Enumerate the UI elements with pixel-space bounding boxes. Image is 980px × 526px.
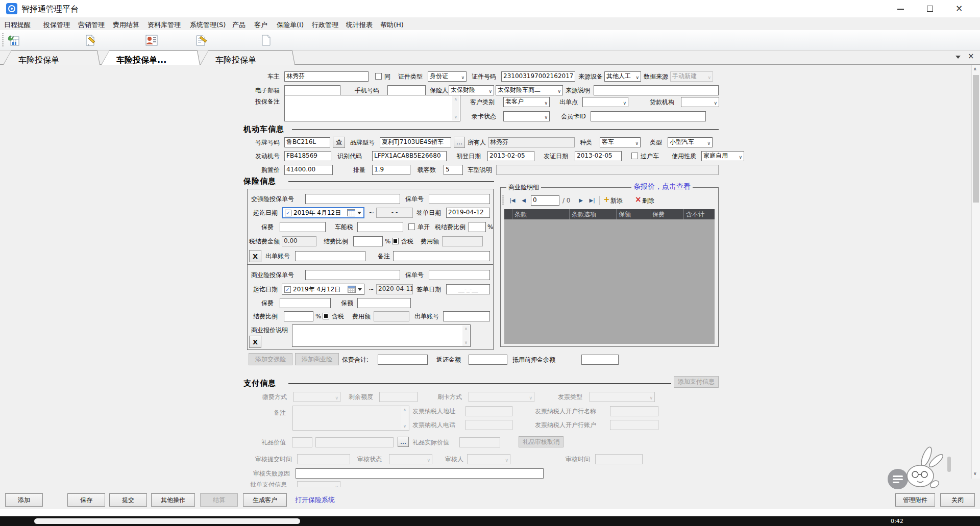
mascot-handle[interactable]	[947, 457, 951, 472]
model-input[interactable]: 夏利TJ7103UE4S轿车	[380, 137, 451, 147]
maximize-button[interactable]	[920, 2, 940, 15]
id-type-select[interactable]: 身份证	[428, 71, 467, 82]
engine-input[interactable]: FB418569	[284, 151, 331, 161]
tab-vehicle-policy-1[interactable]: 车险投保单	[3, 51, 100, 65]
nav-prev-button[interactable]: ◀	[519, 195, 529, 206]
menu-item-database-mgmt[interactable]: 资料库管理	[148, 20, 181, 30]
datepicker-checkbox[interactable]: ✓	[285, 210, 291, 216]
refund-input[interactable]	[469, 355, 507, 365]
displacement-input[interactable]: 1.9	[372, 165, 410, 175]
compulsory-policy-no-input[interactable]	[429, 194, 490, 204]
kind-select[interactable]: 客车	[600, 137, 641, 147]
grid-col-premium[interactable]: 保费	[650, 209, 684, 219]
compulsory-note-input[interactable]	[393, 251, 490, 261]
remark-textarea[interactable]: ∧∨	[284, 95, 460, 121]
tab-list-dropdown-icon[interactable]	[955, 56, 961, 59]
customer-type-select[interactable]: 老客户	[503, 97, 550, 107]
minimize-button[interactable]	[890, 2, 911, 15]
menu-item-help[interactable]: 帮助(H)	[380, 20, 404, 30]
price-input[interactable]: 41400.00	[284, 165, 333, 175]
seats-input[interactable]: 5	[444, 165, 463, 175]
model-more-button[interactable]: …	[454, 137, 465, 148]
mobile-input[interactable]	[387, 85, 426, 95]
nav-page-input[interactable]: 0	[531, 195, 559, 206]
email-input[interactable]	[284, 85, 340, 95]
vin-input[interactable]: LFPX1ACA8B5E26680	[372, 151, 447, 161]
plate-search-button[interactable]: 查	[333, 137, 345, 148]
tab-close-icon[interactable]: ×	[968, 52, 974, 61]
id-no-input[interactable]: 231003197002162017	[501, 71, 575, 82]
menu-item-customer[interactable]: 客户	[254, 20, 267, 30]
commercial-sign-date-input[interactable]: __-_-__	[446, 284, 490, 294]
datepicker-checkbox[interactable]: ✓	[284, 286, 291, 293]
vtype-select[interactable]: 小型汽车	[668, 137, 713, 147]
issue-point-select[interactable]	[582, 97, 628, 107]
commercial-rate-input[interactable]	[284, 311, 313, 321]
menu-item-fee-settlement[interactable]: 费用结算	[113, 20, 139, 30]
menu-item-product[interactable]: 产品	[232, 20, 246, 30]
scroll-down-icon[interactable]: ∨	[454, 115, 457, 119]
datepicker-dropdown-icon[interactable]	[358, 288, 362, 291]
member-id-input[interactable]	[591, 111, 706, 121]
compulsory-rate-input[interactable]	[353, 236, 383, 246]
grid-col-amount[interactable]: 保额	[617, 209, 650, 219]
player-progress-bar[interactable]	[34, 518, 300, 524]
first-reg-input[interactable]: 2013-02-05	[487, 151, 534, 161]
source-device-select[interactable]: 其他人工	[604, 71, 641, 82]
generate-customer-button[interactable]: 生成客户	[243, 493, 287, 507]
premium-total-input[interactable]	[378, 355, 428, 365]
loan-org-select[interactable]	[681, 97, 719, 107]
scroll-down-icon[interactable]: ∨	[464, 340, 468, 345]
detail-grid[interactable]: 条款 条款选项 保额 保费 含不计	[504, 209, 715, 344]
commercial-policy-no-input[interactable]	[429, 270, 490, 280]
quote-count-link[interactable]: 条报价，点击查看	[631, 183, 693, 190]
commercial-tax-incl-checkbox[interactable]	[323, 313, 329, 319]
nav-next-button[interactable]: ▶	[576, 195, 586, 206]
menu-item-system-mgmt[interactable]: 系统管理(S)	[190, 20, 226, 30]
commercial-app-no-input[interactable]	[305, 270, 400, 280]
nav-first-button[interactable]: |◀	[507, 195, 518, 206]
scrollbar-up-icon[interactable]: ∧	[973, 66, 977, 71]
close-button[interactable]: ×	[949, 2, 970, 15]
scrollbar-thumb[interactable]	[973, 75, 979, 203]
save-button[interactable]: 保存	[67, 493, 105, 507]
other-actions-button[interactable]: 其他操作	[151, 493, 195, 507]
commercial-remove-button[interactable]: X	[249, 336, 261, 348]
commercial-amount-input[interactable]	[357, 298, 411, 308]
usage-select[interactable]: 家庭自用	[701, 151, 744, 161]
grid-col-clause-option[interactable]: 条款选项	[570, 209, 617, 219]
commercial-premium-input[interactable]	[280, 298, 331, 308]
menu-item-marketing-mgmt[interactable]: 营销管理	[78, 20, 105, 30]
menu-item-policy-apply-mgmt[interactable]: 投保管理	[43, 20, 70, 30]
calendar-icon[interactable]	[348, 286, 356, 293]
commercial-account-input[interactable]	[443, 311, 490, 321]
insurer-channel-select[interactable]: 太保财险车商二	[496, 85, 563, 95]
nav-last-button[interactable]: ▶|	[587, 195, 597, 206]
open-insurance-system-link[interactable]: 打开保险系统	[295, 496, 335, 504]
deposit-input[interactable]	[581, 355, 619, 365]
add-button[interactable]: 添加	[5, 493, 43, 507]
gift-more-button[interactable]: …	[398, 437, 409, 447]
compulsory-app-no-input[interactable]	[305, 194, 400, 204]
transfer-checkbox[interactable]	[631, 153, 638, 159]
menu-item-admin-mgmt[interactable]: 行政管理	[312, 20, 338, 30]
source-note-input[interactable]	[594, 85, 719, 95]
menu-item-policy[interactable]: 保险单(I)	[277, 20, 304, 30]
compulsory-remove-button[interactable]: X	[249, 250, 261, 262]
close-form-button[interactable]: 关闭	[940, 493, 975, 507]
menu-item-schedule-reminder[interactable]: 日程提醒	[4, 20, 31, 30]
form-scrollbar[interactable]: ∧ ∨	[971, 65, 980, 479]
card-status-select[interactable]	[503, 111, 550, 121]
scroll-up-icon[interactable]: ∧	[464, 327, 468, 331]
manage-attachments-button[interactable]: 管理附件	[895, 493, 935, 507]
plate-input[interactable]: 鲁BC216L	[284, 137, 330, 147]
issue-date-input[interactable]: 2013-02-05	[575, 151, 622, 161]
scrollbar-down-icon[interactable]: ∨	[973, 471, 977, 476]
submit-button[interactable]: 提交	[109, 493, 147, 507]
tax-rate-input[interactable]	[469, 222, 486, 232]
add-row-button[interactable]: 新添	[610, 197, 623, 204]
owner-input[interactable]: 林秀芬	[284, 71, 369, 82]
tab-vehicle-policy-3[interactable]: 车险投保单	[200, 51, 295, 65]
datepicker-dropdown-icon[interactable]	[357, 212, 361, 214]
audit-fail-input[interactable]	[296, 468, 544, 479]
